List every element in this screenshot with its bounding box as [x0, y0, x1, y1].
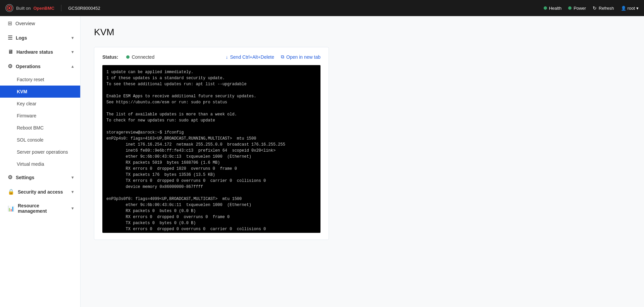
sidebar-security-label: Security and access [18, 189, 63, 195]
resource-icon: 📊 [8, 205, 14, 212]
server-power-label: Server power operations [17, 149, 68, 155]
sidebar-operations-label: Operations [16, 64, 41, 69]
open-new-tab-label: Open in new tab [286, 54, 320, 60]
main-layout: ⊞ Overview ☰ Logs ▾ 🖥 Hardware status ▾ … [0, 16, 644, 307]
connected-status: Connected [126, 54, 154, 60]
topbar-right: Health Power ↻ Refresh 👤 root ▾ [544, 5, 639, 11]
sidebar-item-factory-reset[interactable]: Factory reset [17, 73, 80, 86]
sidebar-item-reboot-bmc[interactable]: Reboot BMC [17, 122, 80, 134]
connected-label: Connected [132, 54, 154, 60]
virtual-media-label: Virtual media [17, 161, 44, 167]
page-title: KVM [94, 27, 631, 38]
user-menu-button[interactable]: 👤 root ▾ [621, 6, 639, 11]
sidebar-item-virtual-media[interactable]: Virtual media [17, 158, 80, 170]
kvm-status-bar: Status: Connected ↓ Send Ctrl+Alt+Delete… [102, 54, 320, 60]
user-label: root [628, 6, 635, 11]
logs-chevron-icon: ▾ [71, 36, 73, 40]
operations-icon: ⚙ [8, 63, 12, 69]
hostname-label: GCS0R8000452 [68, 6, 100, 11]
open-tab-icon: ⧉ [281, 54, 284, 60]
terminal-display[interactable]: 1 update can be applied immediately. 1 o… [102, 65, 320, 233]
user-chevron-icon: ▾ [636, 6, 639, 11]
sidebar-item-sol-console[interactable]: SOL console [17, 134, 80, 146]
sidebar-item-server-power[interactable]: Server power operations [17, 146, 80, 158]
refresh-icon: ↻ [593, 5, 597, 11]
sidebar-item-operations[interactable]: ⚙ Operations ▴ [0, 59, 80, 73]
send-ctrl-alt-delete-button[interactable]: ↓ Send Ctrl+Alt+Delete [226, 54, 275, 60]
topbar-divider [61, 5, 61, 11]
logs-icon: ☰ [8, 35, 12, 41]
connected-dot-icon [126, 55, 130, 59]
factory-reset-label: Factory reset [17, 77, 44, 82]
power-status: Power [568, 6, 586, 11]
sidebar-logs-label: Logs [16, 35, 27, 41]
health-dot-icon [544, 6, 547, 10]
overview-icon: ⊞ [8, 20, 12, 27]
kvm-panel: Status: Connected ↓ Send Ctrl+Alt+Delete… [94, 47, 329, 240]
openbmc-logo-icon [5, 4, 13, 12]
kvm-actions: ↓ Send Ctrl+Alt+Delete ⧉ Open in new tab [226, 54, 321, 60]
firmware-label: Firmware [17, 113, 36, 118]
user-icon: 👤 [621, 6, 626, 11]
sidebar-item-overview[interactable]: ⊞ Overview [0, 16, 80, 31]
sidebar-settings-label: Settings [16, 175, 34, 180]
reboot-bmc-label: Reboot BMC [17, 125, 44, 131]
refresh-label: Refresh [599, 6, 614, 11]
sidebar-item-firmware[interactable]: Firmware [17, 110, 80, 122]
health-label: Health [549, 6, 562, 11]
open-new-tab-button[interactable]: ⧉ Open in new tab [281, 54, 320, 60]
sidebar-resource-label: Resource management [18, 203, 68, 214]
arrow-down-icon: ↓ [226, 54, 228, 60]
resource-chevron-icon: ▾ [71, 206, 73, 211]
sidebar-item-hardware-status[interactable]: 🖥 Hardware status ▾ [0, 45, 80, 59]
sidebar-item-key-clear[interactable]: Key clear [17, 98, 80, 110]
hardware-chevron-icon: ▾ [71, 50, 73, 54]
brand-label: OpenBMC [33, 6, 54, 11]
security-chevron-icon: ▾ [71, 190, 73, 194]
power-label: Power [574, 6, 586, 11]
sidebar-item-logs[interactable]: ☰ Logs ▾ [0, 31, 80, 45]
operations-submenu: Factory reset KVM Key clear Firmware Reb… [0, 73, 80, 170]
sidebar-item-kvm[interactable]: KVM [0, 86, 80, 98]
ctrl-alt-del-label: Send Ctrl+Alt+Delete [230, 54, 275, 60]
sidebar: ⊞ Overview ☰ Logs ▾ 🖥 Hardware status ▾ … [0, 16, 81, 307]
topbar: Built on OpenBMC GCS0R8000452 Health Pow… [0, 0, 644, 16]
settings-icon: ⚙ [8, 174, 12, 181]
kvm-label: KVM [17, 89, 27, 94]
security-icon: 🔒 [8, 189, 14, 195]
built-on-label: Built on [16, 6, 31, 11]
operations-chevron-icon: ▴ [71, 64, 73, 69]
sidebar-hardware-label: Hardware status [16, 49, 53, 55]
settings-chevron-icon: ▾ [71, 175, 73, 180]
sidebar-overview-label: Overview [15, 21, 35, 26]
health-status: Health [544, 6, 562, 11]
status-label: Status: [102, 54, 118, 60]
refresh-button[interactable]: ↻ Refresh [593, 5, 614, 11]
main-content: KVM Status: Connected ↓ Send Ctrl+Alt+De… [81, 16, 644, 307]
svg-point-2 [8, 7, 10, 9]
topbar-logo: Built on OpenBMC [5, 4, 54, 12]
power-dot-icon [568, 6, 572, 10]
key-clear-label: Key clear [17, 101, 36, 106]
sidebar-item-resource[interactable]: 📊 Resource management ▾ [0, 199, 80, 218]
sol-console-label: SOL console [17, 137, 44, 143]
sidebar-item-settings[interactable]: ⚙ Settings ▾ [0, 170, 80, 185]
hardware-icon: 🖥 [8, 49, 13, 55]
sidebar-item-security[interactable]: 🔒 Security and access ▾ [0, 185, 80, 199]
